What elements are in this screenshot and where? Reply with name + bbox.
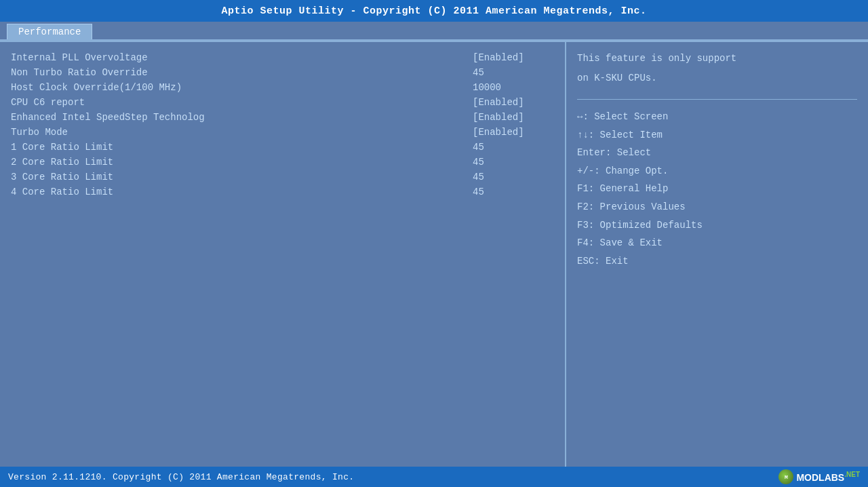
header-title: Aptio Setup Utility - Copyright (C) 2011… [221, 5, 646, 17]
menu-value-8: 45 [473, 172, 554, 182]
modlabs-brand-text: MODLABS.NET [796, 471, 860, 483]
tab-row: Performance [0, 22, 868, 41]
tab-performance[interactable]: Performance [7, 24, 92, 39]
menu-value-6: 45 [473, 142, 554, 153]
key-help-0: ↔: Select Screen [577, 108, 857, 126]
menu-label-5: Turbo Mode [11, 127, 68, 138]
menu-label-0: Internal PLL Overvoltage [11, 52, 148, 63]
keys-container: ↔: Select Screen↑↓: Select ItemEnter: Se… [577, 108, 857, 270]
menu-item-8[interactable]: 3 Core Ratio Limit45 [11, 170, 554, 184]
divider [577, 99, 857, 100]
menu-item-5[interactable]: Turbo Mode[Enabled] [11, 125, 554, 140]
menu-label-9: 4 Core Ratio Limit [11, 187, 113, 197]
key-help-6: F3: Optimized Defaults [577, 216, 857, 235]
key-help-2: Enter: Select [577, 144, 857, 162]
menu-item-9[interactable]: 4 Core Ratio Limit45 [11, 184, 554, 199]
menu-value-4: [Enabled] [473, 112, 554, 123]
key-help-8: ESC: Exit [577, 252, 857, 271]
key-help-1: ↑↓: Select Item [577, 126, 857, 144]
header-bar: Aptio Setup Utility - Copyright (C) 2011… [0, 0, 868, 22]
modlabs-logo: M MODLABS.NET [778, 469, 860, 484]
menu-label-8: 3 Core Ratio Limit [11, 172, 113, 182]
menu-value-9: 45 [473, 187, 554, 197]
footer-text: Version 2.11.1210. Copyright (C) 2011 Am… [8, 472, 354, 482]
menu-value-1: 45 [473, 67, 554, 78]
menu-item-0[interactable]: Internal PLL Overvoltage[Enabled] [11, 50, 554, 65]
menu-value-2: 10000 [473, 82, 554, 93]
left-panel: Internal PLL Overvoltage[Enabled]Non Tur… [0, 42, 566, 467]
menu-item-7[interactable]: 2 Core Ratio Limit45 [11, 155, 554, 170]
menu-item-1[interactable]: Non Turbo Ratio Override45 [11, 65, 554, 80]
menu-item-3[interactable]: CPU C6 report[Enabled] [11, 95, 554, 110]
key-help-5: F2: Previous Values [577, 198, 857, 216]
menu-label-2: Host Clock Override(1/100 MHz) [11, 82, 182, 93]
key-help-7: F4: Save & Exit [577, 234, 857, 252]
menu-label-6: 1 Core Ratio Limit [11, 142, 113, 153]
menu-item-4[interactable]: Enhanced Intel SpeedStep Technolog[Enabl… [11, 110, 554, 125]
menu-label-3: CPU C6 report [11, 97, 85, 108]
help-text-line1: This feature is only support [577, 52, 857, 66]
menu-value-7: 45 [473, 157, 554, 168]
menu-value-5: [Enabled] [473, 127, 554, 138]
menu-label-4: Enhanced Intel SpeedStep Technolog [11, 112, 205, 123]
help-text-line2: on K-SKU CPUs. [577, 71, 857, 85]
right-panel: This feature is only support on K-SKU CP… [566, 42, 868, 467]
menu-container: Internal PLL Overvoltage[Enabled]Non Tur… [11, 50, 554, 199]
modlabs-circle-icon: M [778, 469, 793, 484]
key-help-4: F1: General Help [577, 180, 857, 198]
menu-label-7: 2 Core Ratio Limit [11, 157, 113, 168]
menu-label-1: Non Turbo Ratio Override [11, 67, 148, 78]
menu-value-3: [Enabled] [473, 97, 554, 108]
menu-value-0: [Enabled] [473, 52, 554, 63]
menu-item-6[interactable]: 1 Core Ratio Limit45 [11, 140, 554, 155]
main-area: Internal PLL Overvoltage[Enabled]Non Tur… [0, 41, 868, 467]
menu-item-2[interactable]: Host Clock Override(1/100 MHz)10000 [11, 80, 554, 95]
footer-bar: Version 2.11.1210. Copyright (C) 2011 Am… [0, 467, 868, 487]
key-help-3: +/-: Change Opt. [577, 162, 857, 180]
